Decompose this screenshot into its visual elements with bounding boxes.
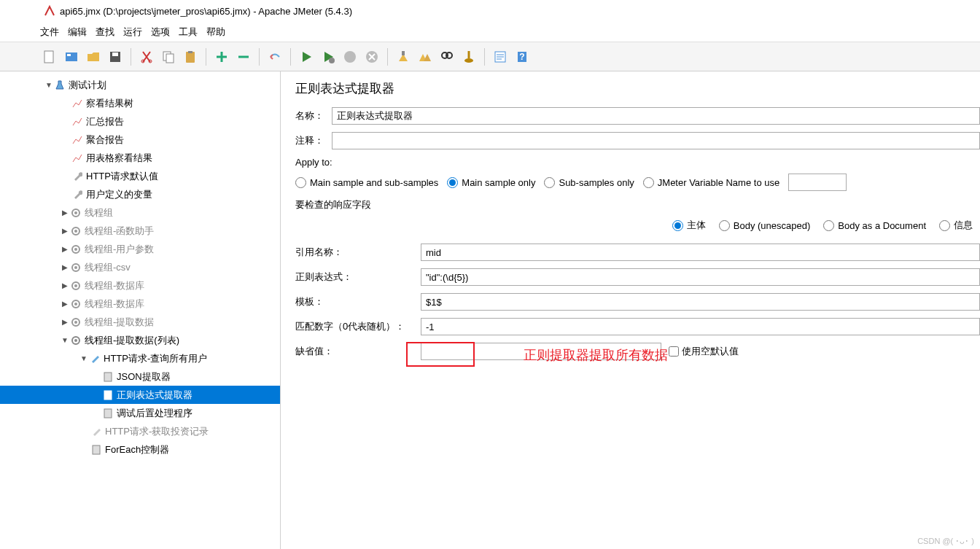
regex-input[interactable] [421,268,980,286]
apply-to-label: Apply to: [295,157,980,168]
remove-button[interactable] [234,47,253,66]
run-noTimer-button[interactable] [319,47,338,66]
svg-rect-8 [166,54,174,63]
tree-item[interactable]: ▶线程组-提取数据 [0,313,280,331]
tree-item[interactable]: ▶线程组-函数助手 [0,222,280,240]
tree-item[interactable]: 调试后置处理程序 [0,404,280,422]
tree-item[interactable]: ▼线程组-提取数据(列表) [0,331,280,349]
gear-icon [70,207,82,219]
svg-point-17 [464,58,473,63]
svg-rect-0 [44,51,53,63]
menu-tools[interactable]: 工具 [179,26,198,39]
gear-icon [70,298,82,310]
tree-item[interactable]: JSON提取器 [0,367,280,386]
tree-item[interactable]: 用户定义的变量 [0,185,280,203]
gear-icon [70,316,82,328]
undo-icon[interactable] [265,47,284,66]
resp-body[interactable]: 主体 [672,219,706,232]
tree-root[interactable]: ▼测试计划 [0,76,280,94]
graph-icon [71,98,83,109]
log-button[interactable] [491,47,510,66]
wrench-icon [71,189,83,200]
shutdown-button[interactable] [362,47,381,66]
match-label: 匹配数字（0代表随机）： [295,320,421,333]
apply-opt-var[interactable]: JMeter Variable Name to use [643,177,779,188]
templates-button[interactable] [62,47,81,66]
window-title: api65.jmx (D:\projects\jmeter_pros\api65… [60,6,352,17]
pipette-icon [90,426,102,437]
cut-button[interactable] [137,47,156,66]
menu-search[interactable]: 查找 [96,26,114,39]
tree-item[interactable]: HTTP请求-获取投资记录 [0,422,280,440]
resp-info[interactable]: 信息 [939,219,973,232]
tree-item[interactable]: ▶线程组-数据库 [0,276,280,295]
resp-unescaped[interactable]: Body (unescaped) [719,219,811,232]
search-button[interactable] [438,47,456,66]
save-button[interactable] [106,47,125,66]
clear-all-button[interactable] [416,47,435,66]
function-helper-button[interactable] [459,47,478,66]
run-button[interactable] [297,47,316,66]
apply-opt-all[interactable]: Main sample and sub-samples [295,177,438,188]
add-button[interactable] [212,47,231,66]
use-empty-checkbox[interactable]: 使用空默认值 [669,345,739,358]
tree-item[interactable]: 用表格察看结果 [0,149,280,167]
menu-help[interactable]: 帮助 [206,26,225,39]
svg-rect-10 [188,51,192,53]
tree-item[interactable]: HTTP请求默认值 [0,167,280,185]
svg-point-26 [74,248,77,251]
svg-point-30 [74,284,77,287]
svg-rect-40 [93,445,100,454]
new-button[interactable] [40,47,59,66]
svg-point-34 [74,321,77,324]
open-button[interactable] [84,47,103,66]
tree-item[interactable]: 察看结果树 [0,94,280,112]
resp-document[interactable]: Body as a Document [823,219,926,232]
refname-label: 引用名称： [295,246,421,259]
tree-item[interactable]: ▶线程组-用户参数 [0,240,280,258]
tree-item-selected[interactable]: 正则表达式提取器 [0,386,280,404]
apply-opt-main[interactable]: Main sample only [447,177,535,188]
svg-point-22 [74,211,77,214]
gear-icon [70,262,82,273]
default-input[interactable] [421,343,661,360]
svg-point-11 [329,58,335,63]
gear-icon [70,244,82,255]
gear-icon [70,335,82,346]
name-label: 名称： [295,109,332,122]
tree-item[interactable]: ▶线程组-数据库 [0,295,280,313]
tree-item[interactable]: ▼HTTP请求-查询所有用户 [0,349,280,367]
svg-point-28 [74,266,77,269]
doc-icon [102,408,114,419]
svg-text:?: ? [519,52,524,62]
tree-item[interactable]: ▶线程组-csv [0,258,280,276]
stop-button[interactable] [341,47,359,66]
svg-rect-9 [186,52,195,63]
tree-item[interactable]: 汇总报告 [0,112,280,131]
doc-icon [102,389,114,401]
copy-button[interactable] [159,47,178,66]
variable-name-input[interactable] [788,174,847,191]
svg-rect-39 [104,409,112,418]
paste-button[interactable] [181,47,200,66]
watermark: CSDN @( ･ᴗ･ ) [917,537,974,546]
comment-input[interactable] [332,132,980,149]
svg-point-12 [344,51,356,63]
menu-edit[interactable]: 编辑 [68,26,87,39]
tree-item[interactable]: 聚合报告 [0,131,280,149]
panel-title: 正则表达式提取器 [295,80,980,97]
menu-run[interactable]: 运行 [123,26,142,39]
template-input[interactable] [421,293,980,311]
clear-button[interactable] [394,47,413,66]
match-input[interactable] [421,318,980,335]
svg-rect-4 [112,52,118,56]
menu-options[interactable]: 选项 [151,26,170,39]
tree-item[interactable]: ForEach控制器 [0,440,280,459]
help-button[interactable]: ? [513,47,532,66]
refname-input[interactable] [421,244,980,261]
apply-opt-sub[interactable]: Sub-samples only [544,177,634,188]
tree-panel[interactable]: ▼测试计划 察看结果树 汇总报告 聚合报告 用表格察看结果 HTTP请求默认值 … [0,71,281,549]
menu-file[interactable]: 文件 [40,26,59,39]
tree-item[interactable]: ▶线程组 [0,203,280,222]
name-input[interactable] [332,107,980,125]
